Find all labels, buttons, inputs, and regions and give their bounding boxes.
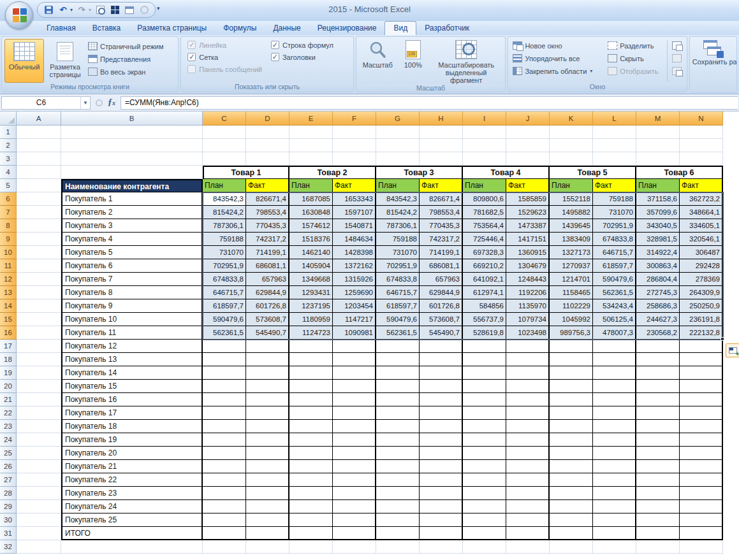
cell[interactable] [333,393,376,406]
cell[interactable] [333,420,376,433]
checkbox-Сетка[interactable]: ✓Сетка [187,53,262,61]
cell-value[interactable]: 702951,9 [376,259,420,273]
row-header-3[interactable]: 3 [0,152,17,166]
cell[interactable] [376,500,420,513]
cell[interactable] [246,527,289,540]
cell[interactable] [593,447,636,460]
cell[interactable] [289,366,333,380]
cell[interactable] [17,152,61,166]
cell[interactable] [550,393,593,406]
cell[interactable] [506,393,550,406]
freeze-panes-button[interactable]: Закрепить области ▾ [511,66,606,76]
tab-Формулы[interactable]: Формулы [215,22,265,35]
cell[interactable] [203,126,246,139]
cell[interactable] [61,540,203,554]
cell-buyer-label[interactable]: Покупатель 10 [61,313,203,326]
cell-value[interactable]: 1203454 [333,299,376,313]
normal-view-button[interactable]: Обычный [4,39,44,83]
cell[interactable] [506,473,550,487]
column-header-M[interactable]: M [636,111,680,126]
full-screen-button[interactable]: Во весь экран [86,66,166,77]
cell-value[interactable]: 1518376 [289,233,333,246]
column-header-H[interactable]: H [420,111,463,126]
cell[interactable] [420,393,463,406]
cell[interactable] [420,433,463,447]
row-header-19[interactable]: 19 [0,366,17,380]
row-header-30[interactable]: 30 [0,513,17,527]
cell[interactable] [203,393,246,406]
cell[interactable] [61,166,203,179]
cell[interactable] [203,353,246,366]
cell-value[interactable]: 731070 [203,246,246,259]
cell-value[interactable]: 334605,1 [680,219,723,233]
cell[interactable] [506,380,550,393]
cell[interactable] [550,513,593,527]
cell[interactable] [506,152,550,166]
cell[interactable] [333,152,376,166]
cell-value[interactable]: 562361,5 [376,326,420,340]
cell[interactable] [289,487,333,500]
cell[interactable] [203,152,246,166]
cell[interactable] [550,420,593,433]
cell[interactable] [420,460,463,473]
cell[interactable] [333,366,376,380]
cell-value[interactable]: 1192206 [506,286,550,299]
cell[interactable] [680,380,723,393]
checkbox-Заголовки[interactable]: ✓Заголовки [271,53,333,61]
cell[interactable] [333,447,376,460]
cell[interactable] [420,473,463,487]
cell[interactable] [550,380,593,393]
cell-value[interactable]: 843542,3 [376,192,420,206]
cell[interactable] [17,326,61,340]
row-header-6[interactable]: 6 [0,192,17,206]
cell[interactable] [246,513,289,527]
cell-fact-header[interactable]: Факт [333,179,376,192]
cell-fact-header[interactable]: Факт [593,179,636,192]
cell[interactable] [376,420,420,433]
row-header-7[interactable]: 7 [0,206,17,219]
cell-value[interactable]: 258686,3 [636,299,680,313]
cell-buyer-label[interactable]: Покупатель 11 [61,326,203,340]
cell[interactable] [680,460,723,473]
custom-views-button[interactable]: Представления [86,54,166,64]
row-header-2[interactable]: 2 [0,139,17,152]
cell[interactable] [506,420,550,433]
cell[interactable] [550,353,593,366]
cell[interactable] [593,126,636,139]
cell[interactable] [420,353,463,366]
cell-value[interactable]: 646715,7 [593,246,636,259]
cell-value[interactable]: 1585859 [506,192,550,206]
cell[interactable] [463,393,506,406]
cell[interactable] [17,166,61,179]
cell[interactable] [680,406,723,420]
cell-value[interactable]: 657963 [420,273,463,286]
cell[interactable] [506,353,550,366]
cell[interactable] [550,487,593,500]
cell[interactable] [680,527,723,540]
cell-value[interactable]: 236191,8 [680,313,723,326]
cell[interactable] [463,139,506,152]
cell[interactable] [680,126,723,139]
cell[interactable] [593,353,636,366]
tab-Разметка страницы[interactable]: Разметка страницы [129,22,215,35]
cell[interactable] [636,540,680,554]
cell-value[interactable]: 697328,3 [463,246,506,259]
cell[interactable] [550,366,593,380]
checkbox-Строка формул[interactable]: ✓Строка формул [271,41,333,49]
cell-value[interactable]: 742317,2 [246,233,289,246]
cell-value[interactable]: 1135970 [506,299,550,313]
column-header-G[interactable]: G [376,111,420,126]
cell[interactable] [376,433,420,447]
cell[interactable] [376,540,420,554]
cell[interactable] [17,273,61,286]
cell-value[interactable]: 286804,4 [636,273,680,286]
cell[interactable] [463,540,506,554]
cell[interactable] [463,126,506,139]
cell[interactable] [636,460,680,473]
cell[interactable] [289,513,333,527]
cell[interactable] [636,380,680,393]
cell-value[interactable]: 1079734 [506,313,550,326]
cell-value[interactable]: 798553,4 [420,206,463,219]
cell[interactable] [506,540,550,554]
cell[interactable] [289,447,333,460]
